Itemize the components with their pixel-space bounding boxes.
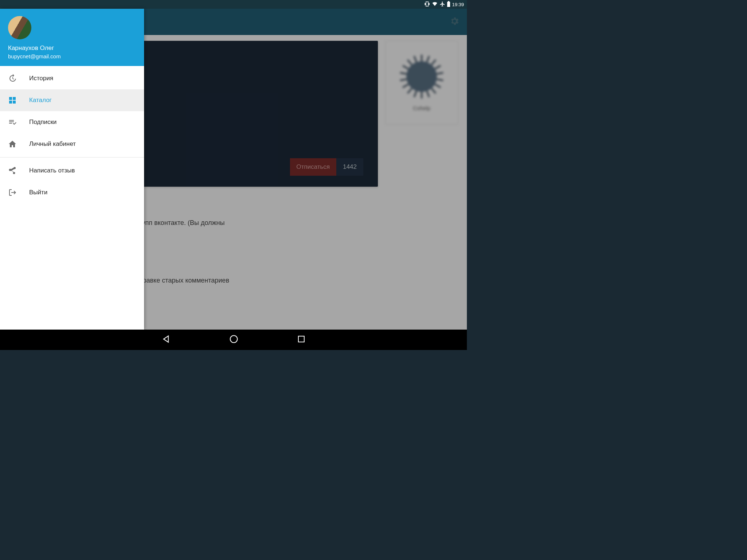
nav-drawer: Карнаухов Олег bupycnet@gmail.com Истори… <box>0 9 144 330</box>
nav-item-label: Написать отзыв <box>29 167 75 174</box>
playlist-check-icon <box>8 118 17 127</box>
user-name: Карнаухов Олег <box>8 44 136 52</box>
status-bar: 19:39 <box>0 0 467 9</box>
home-button[interactable] <box>229 334 239 345</box>
logout-icon <box>8 188 17 197</box>
nav-item-label: Личный кабинет <box>29 140 76 148</box>
nav-item-review[interactable]: Написать отзыв <box>0 160 144 182</box>
nav-list: История Каталог Подписки Личный кабинет … <box>0 66 144 203</box>
nav-item-subscriptions[interactable]: Подписки <box>0 111 144 133</box>
svg-rect-2 <box>298 336 304 342</box>
nav-item-history[interactable]: История <box>0 67 144 89</box>
grid-icon <box>8 96 17 105</box>
svg-point-1 <box>230 335 237 343</box>
divider <box>0 157 144 158</box>
nav-item-account[interactable]: Личный кабинет <box>0 133 144 155</box>
android-nav-bar <box>0 330 467 350</box>
airplane-icon <box>440 1 445 8</box>
wifi-icon <box>431 1 438 8</box>
nav-item-label: Выйти <box>29 189 47 196</box>
share-icon <box>8 166 17 175</box>
recent-button[interactable] <box>297 335 306 345</box>
user-email: bupycnet@gmail.com <box>8 53 136 59</box>
drawer-header[interactable]: Карнаухов Олег bupycnet@gmail.com <box>0 9 144 66</box>
battery-icon <box>447 1 450 8</box>
avatar <box>8 16 31 39</box>
back-button[interactable] <box>161 334 171 345</box>
nav-item-catalog[interactable]: Каталог <box>0 89 144 111</box>
nav-item-label: Каталог <box>29 97 52 104</box>
vibrate-icon <box>424 1 430 8</box>
status-time: 19:39 <box>452 2 464 7</box>
nav-item-label: История <box>29 75 53 82</box>
nav-item-label: Подписки <box>29 118 57 126</box>
nav-item-logout[interactable]: Выйти <box>0 182 144 203</box>
home-icon <box>8 140 17 148</box>
history-icon <box>8 74 17 83</box>
